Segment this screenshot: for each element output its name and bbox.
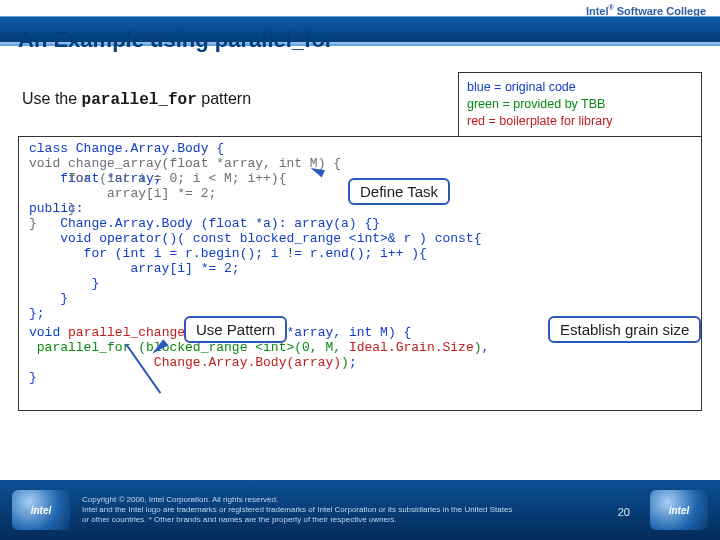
intel-logo-left-label: intel [31,505,52,516]
legend-box: blue = original code green = provided by… [458,72,702,137]
callout-define-task: Define Task [348,178,450,205]
page-number: 20 [618,506,630,518]
slide-root: Intel® Software College An Example using… [0,0,720,540]
copyright-text: Copyright © 2006, Intel Corporation. All… [82,495,512,525]
footer-bar: intel Copyright © 2006, Intel Corporatio… [0,480,720,540]
page-title: An Example using parallel_for [18,27,333,53]
subtitle-post: pattern [197,90,251,107]
legend-red: red = boilerplate for library [467,113,693,130]
intel-logo-right-label: intel [669,505,690,516]
legend-green: green = provided by TBB [467,96,693,113]
subtitle-code: parallel_for [82,91,197,109]
legend-blue: blue = original code [467,79,693,96]
subtitle-pre: Use the [22,90,82,107]
intel-logo-right: intel [650,490,708,530]
intel-logo-left: intel [12,490,70,530]
subtitle: Use the parallel_for pattern [22,90,251,109]
callout-use-pattern: Use Pattern [184,316,287,343]
callout-establish-grain: Establish grain size [548,316,701,343]
brand-label: Intel® Software College [586,4,706,17]
code-gray-layer: void change_array(float *array, int M) {… [29,141,341,231]
